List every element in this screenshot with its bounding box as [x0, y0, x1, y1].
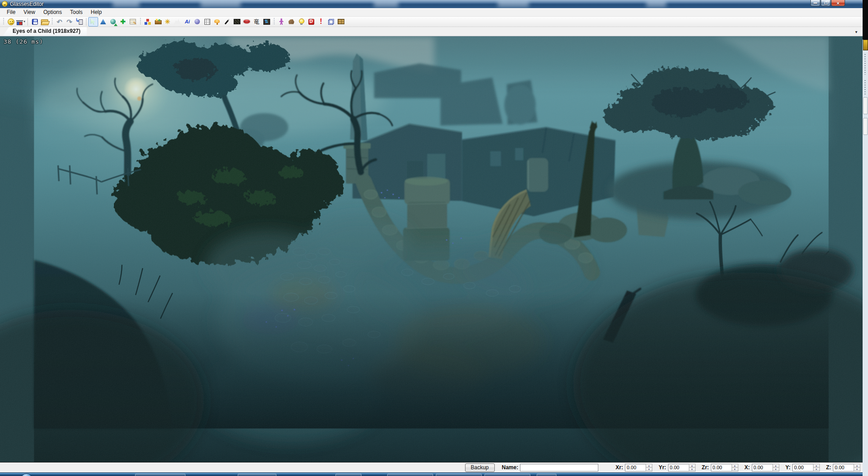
toolbar-button-gear-flower[interactable]: ✳	[163, 17, 172, 27]
taskbar-button[interactable]	[135, 474, 185, 476]
toolbar-button-open-folder[interactable]	[40, 17, 50, 27]
spinner-down-icon[interactable]: ▼	[732, 467, 738, 472]
toolbar-button-terrain-arrows[interactable]: ⇅	[262, 17, 271, 27]
coordinate-fields: Xr:▲▼Yr:▲▼Zr:▲▼X:▲▼Y:▲▼Z:▲▼	[609, 464, 860, 472]
toolbar-button-brush-pen[interactable]	[222, 17, 232, 27]
coord-group-zr: Zr:▲▼	[702, 464, 738, 472]
spinner-up-icon[interactable]: ▲	[813, 464, 820, 467]
texture-patch-icon	[234, 19, 240, 24]
toolbar-button-item-box[interactable]	[153, 17, 163, 27]
toolbar-button-orb[interactable]	[192, 17, 202, 27]
aero-reflection	[374, 1, 398, 7]
menu-view[interactable]: View	[19, 8, 39, 16]
background-window-edge[interactable]	[863, 0, 868, 476]
toolbar-button-person[interactable]	[276, 17, 286, 27]
glasses-editor-window: GlassesEditor × FileViewOptionsToolsHelp…	[0, 0, 863, 476]
toolbar-button-dragon-kanji[interactable]: 竜	[252, 17, 262, 27]
toolbar-button-lamp-glow[interactable]	[212, 17, 222, 27]
toolbar-button-lips[interactable]	[242, 17, 252, 27]
coord-group-xr: Xr:▲▼	[615, 464, 652, 472]
toolbar-button-save[interactable]	[30, 17, 40, 27]
restore-button[interactable]	[821, 0, 831, 6]
close-button[interactable]: ×	[831, 0, 845, 6]
spinner-down-icon[interactable]: ▼	[646, 467, 652, 472]
toolbar-grip[interactable]	[273, 18, 275, 25]
backup-button[interactable]: Backup	[465, 463, 495, 472]
toolbar-button-cubes[interactable]	[143, 17, 153, 27]
coord-input-x[interactable]	[752, 464, 773, 472]
background-panel-button	[863, 118, 868, 135]
spinner-down-icon[interactable]: ▼	[773, 467, 779, 472]
coord-label-zr: Zr:	[702, 464, 709, 471]
spinner-up-icon[interactable]: ▲	[773, 464, 779, 467]
dropdown-caret-icon[interactable]: ▾	[23, 20, 25, 23]
toolbar-separator	[86, 18, 86, 26]
spinner-up-icon[interactable]: ▲	[646, 464, 652, 467]
toolbar-grip[interactable]	[51, 18, 53, 25]
viewport-3d[interactable]: 38 (26 ms)	[0, 36, 863, 462]
spinner-up-icon[interactable]: ▲	[689, 464, 696, 467]
status-bar: Backup Name: Xr:▲▼Yr:▲▼Zr:▲▼X:▲▼Y:▲▼Z:▲▼	[0, 462, 863, 472]
toolbar-button-goto-list[interactable]	[74, 17, 84, 27]
menu-options[interactable]: Options	[39, 8, 66, 16]
taskbar-button[interactable]	[238, 474, 276, 476]
toolbar-button-texture-patch[interactable]	[232, 17, 242, 27]
coord-input-y[interactable]	[792, 464, 813, 472]
aero-reflection	[200, 1, 241, 7]
cone-icon	[99, 18, 107, 26]
toolbar-button-rock[interactable]	[286, 17, 296, 27]
menu-tools[interactable]: Tools	[66, 8, 87, 16]
name-input[interactable]	[520, 464, 598, 472]
toolbar-button-bulb[interactable]	[296, 17, 306, 27]
toolbar-grip[interactable]	[2, 18, 5, 25]
coord-group-z: Z:▲▼	[826, 464, 860, 472]
spinner-up-icon[interactable]: ▲	[732, 464, 738, 467]
tab-list-dropdown-icon[interactable]: ▼	[854, 30, 858, 34]
toolbar-button-glasses-3d[interactable]: ▾	[16, 17, 26, 27]
toolbar-button-mountains[interactable]	[172, 17, 182, 27]
toolbar-button-select-cursor[interactable]	[88, 17, 98, 27]
toolbar-button-undo[interactable]: ↶	[54, 17, 64, 27]
spinner-down-icon[interactable]: ▼	[689, 467, 696, 472]
menu-help[interactable]: Help	[87, 8, 106, 16]
toolbar-button-wire-cube[interactable]	[326, 17, 336, 27]
toolbar-button-exclaim[interactable]: !	[316, 17, 326, 27]
lamp-glow-icon	[214, 19, 220, 25]
minimize-button[interactable]	[810, 0, 820, 6]
toolbar-button-redo[interactable]: ↷	[64, 17, 74, 27]
taskbar-button[interactable]	[484, 474, 530, 476]
aero-reflection	[646, 1, 666, 7]
tab-eyes-of-a-child[interactable]: Eyes of a Child (1918x927)	[3, 27, 87, 36]
toolbar-button-smiley[interactable]	[6, 17, 16, 27]
coord-input-z[interactable]	[833, 464, 854, 472]
coord-input-zr[interactable]	[711, 464, 732, 472]
toolbar-button-cone[interactable]	[98, 17, 108, 27]
coord-input-xr[interactable]	[625, 464, 646, 472]
taskbar-button[interactable]	[387, 474, 433, 476]
grid-card-icon	[204, 19, 210, 25]
title-bar[interactable]: GlassesEditor ×	[0, 0, 863, 8]
redo-icon: ↷	[66, 18, 73, 26]
spinner-down-icon[interactable]: ▼	[854, 467, 860, 472]
windows-start-orb-icon[interactable]	[21, 473, 32, 476]
menu-file[interactable]: File	[3, 8, 19, 16]
coord-input-yr[interactable]	[668, 464, 689, 472]
windows-taskbar[interactable]	[0, 472, 863, 476]
toolbar-button-grid-card[interactable]	[202, 17, 212, 27]
toolbar-button-doc-d[interactable]: D	[306, 17, 316, 27]
menu-bar: FileViewOptionsToolsHelp	[0, 8, 863, 17]
toolbar-button-sphere-move[interactable]	[108, 17, 118, 27]
toolbar-grip[interactable]	[139, 18, 141, 25]
taskbar-button[interactable]	[436, 474, 482, 476]
spinner-up-icon[interactable]: ▲	[854, 464, 860, 467]
background-panel-button	[863, 97, 868, 114]
toolbar-button-add-plus[interactable]: ✚	[118, 17, 128, 27]
select-cursor-icon	[90, 18, 97, 26]
taskbar-button[interactable]	[335, 474, 362, 476]
toolbar-button-bricks[interactable]	[336, 17, 346, 27]
toolbar-button-ai[interactable]: Ai	[182, 17, 192, 27]
bricks-icon	[338, 19, 344, 24]
taskbar-button[interactable]	[537, 474, 556, 476]
toolbar-button-properties-form[interactable]	[128, 17, 138, 27]
spinner-down-icon[interactable]: ▼	[813, 467, 820, 472]
